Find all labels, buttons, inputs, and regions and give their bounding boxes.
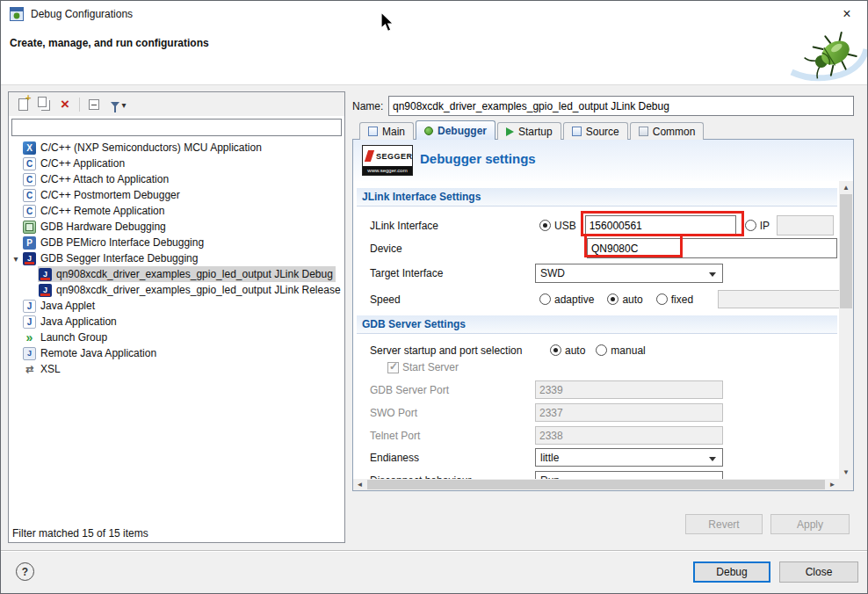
scroll-down-arrow-icon[interactable] bbox=[839, 466, 853, 479]
tree-item-cpp-application[interactable]: C/C++ Application bbox=[10, 156, 344, 171]
tab-main[interactable]: Main bbox=[359, 122, 414, 140]
tab-startup-label: Startup bbox=[518, 126, 553, 138]
server-manual-label[interactable]: manual bbox=[611, 344, 645, 357]
usb-serial-input[interactable] bbox=[585, 215, 736, 235]
tree-item-java-applet[interactable]: Java Applet bbox=[10, 298, 344, 314]
apply-button[interactable]: Apply bbox=[770, 514, 850, 534]
endianess-dropdown[interactable]: little bbox=[535, 448, 723, 467]
speed-adaptive-radio[interactable] bbox=[539, 293, 551, 305]
tree-item-cpp-postmortem[interactable]: C/C++ Postmortem Debugger bbox=[10, 187, 344, 203]
tab-source[interactable]: Source bbox=[563, 122, 628, 140]
target-interface-dropdown[interactable]: SWD bbox=[535, 264, 723, 283]
help-button[interactable]: ? bbox=[16, 562, 34, 581]
telnet-port-input[interactable] bbox=[535, 426, 723, 445]
target-interface-value: SWD bbox=[540, 267, 565, 279]
horizontal-scrollbar[interactable] bbox=[353, 479, 839, 490]
vertical-scrollbar[interactable] bbox=[839, 181, 853, 479]
server-auto-radio[interactable] bbox=[550, 344, 561, 356]
filter-match-status: Filter matched 15 of 15 items bbox=[12, 527, 148, 540]
swo-port-input[interactable] bbox=[535, 403, 723, 422]
close-window-button[interactable]: × bbox=[834, 4, 860, 25]
endianess-row: Endianess little bbox=[370, 447, 837, 467]
speed-value-input[interactable] bbox=[718, 290, 839, 308]
remote-java-icon bbox=[23, 347, 36, 360]
filter-funnel-icon bbox=[111, 102, 119, 107]
filter-input[interactable] bbox=[11, 119, 342, 136]
new-configuration-button[interactable] bbox=[12, 95, 33, 113]
speed-adaptive-label[interactable]: adaptive bbox=[554, 293, 594, 306]
speed-auto-label[interactable]: auto bbox=[622, 293, 642, 306]
scroll-right-arrow-icon[interactable] bbox=[826, 481, 839, 489]
tree-item-jlink-release[interactable]: qn908xcdk_driver_examples_gpio_led_outpu… bbox=[10, 282, 344, 298]
speed-fixed-radio[interactable] bbox=[656, 293, 668, 305]
debug-button[interactable]: Debug bbox=[693, 561, 770, 583]
speed-fixed-label[interactable]: fixed bbox=[671, 293, 693, 306]
jlink-icon bbox=[39, 268, 52, 281]
target-interface-row: Target Interface SWD bbox=[370, 263, 837, 283]
tab-debugger-label: Debugger bbox=[438, 125, 487, 137]
horizontal-scrollbar-thumb[interactable] bbox=[367, 480, 825, 489]
close-button[interactable]: Close bbox=[779, 561, 858, 583]
usb-radio-label[interactable]: USB bbox=[554, 220, 576, 232]
segger-logo: SEGGER www.segger.com bbox=[362, 145, 413, 176]
tab-common-label: Common bbox=[653, 126, 696, 138]
start-server-row: Start Server bbox=[370, 359, 837, 375]
tree-item-gdb-segger[interactable]: GDB Segger Interface Debugging bbox=[10, 250, 344, 266]
server-manual-radio[interactable] bbox=[596, 344, 607, 356]
ip-address-input[interactable] bbox=[777, 215, 834, 235]
segger-logo-url: www.segger.com bbox=[363, 166, 412, 175]
tree-item-gdb-hardware[interactable]: GDB Hardware Debugging bbox=[10, 219, 344, 235]
tree-item-java-application[interactable]: Java Application bbox=[10, 314, 344, 330]
collapse-all-button[interactable] bbox=[83, 95, 105, 113]
tree-item-cpp-remote[interactable]: C/C++ Remote Application bbox=[10, 203, 344, 219]
tree-item-gdb-pemicro[interactable]: GDB PEMicro Interface Debugging bbox=[10, 235, 344, 250]
vertical-scrollbar-thumb[interactable] bbox=[840, 194, 852, 308]
tree-item-jlink-debug[interactable]: qn908xcdk_driver_examples_gpio_led_outpu… bbox=[10, 266, 344, 282]
jlink-section-header: JLink Interface Settings bbox=[357, 188, 837, 206]
xsl-icon bbox=[23, 363, 36, 376]
twistie-expanded-icon[interactable] bbox=[10, 252, 22, 264]
scroll-up-arrow-icon[interactable] bbox=[839, 181, 853, 194]
disconnect-behaviour-dropdown[interactable]: Run bbox=[535, 471, 723, 479]
mcu-application-icon bbox=[23, 141, 36, 155]
toolbar-separator bbox=[79, 98, 80, 112]
telnet-port-row: Telnet Port bbox=[370, 425, 837, 446]
duplicate-configuration-button[interactable] bbox=[33, 95, 54, 113]
window-title: Debug Configurations bbox=[31, 8, 133, 20]
tab-startup[interactable]: Startup bbox=[497, 122, 561, 140]
tree-item-label: Launch Group bbox=[40, 331, 107, 344]
configuration-name-input[interactable] bbox=[388, 96, 854, 116]
gdb-server-port-input[interactable] bbox=[535, 380, 723, 399]
jlink-icon bbox=[23, 252, 36, 265]
tab-common[interactable]: Common bbox=[630, 122, 705, 140]
tree-item-label: Java Application bbox=[40, 315, 117, 328]
gdb-hardware-icon bbox=[23, 221, 36, 234]
speed-auto-radio[interactable] bbox=[607, 293, 618, 305]
delete-configuration-button[interactable] bbox=[54, 95, 76, 113]
tree-item-cpp-attach[interactable]: C/C++ Attach to Application bbox=[10, 171, 344, 187]
tree-item-remote-java[interactable]: Remote Java Application bbox=[10, 345, 344, 361]
gdb-server-port-row: GDB Server Port bbox=[370, 380, 837, 400]
start-server-checkbox[interactable] bbox=[387, 362, 399, 373]
start-server-label[interactable]: Start Server bbox=[402, 361, 459, 373]
server-auto-label[interactable]: auto bbox=[565, 344, 585, 357]
endianess-value: little bbox=[540, 452, 559, 464]
settings-form: JLink Interface Settings JLink Interface… bbox=[353, 181, 839, 479]
tree-item-xsl[interactable]: XSL bbox=[10, 361, 344, 377]
tree-item-launch-group[interactable]: Launch Group bbox=[10, 330, 344, 345]
swo-port-row: SWO Port bbox=[370, 402, 837, 423]
dialog-icon bbox=[10, 7, 24, 21]
usb-radio[interactable] bbox=[539, 220, 551, 231]
tree-item-mcu-application[interactable]: C/C++ (NXP Semiconductors) MCU Applicati… bbox=[10, 140, 344, 156]
revert-button[interactable]: Revert bbox=[685, 514, 763, 534]
device-input[interactable] bbox=[587, 238, 837, 258]
ip-radio-label[interactable]: IP bbox=[760, 220, 770, 232]
launch-group-icon bbox=[23, 331, 36, 344]
scroll-left-arrow-icon[interactable] bbox=[353, 481, 366, 489]
filter-menu-button[interactable] bbox=[105, 95, 133, 113]
tab-debugger[interactable]: Debugger bbox=[416, 120, 495, 140]
delete-icon bbox=[61, 97, 69, 112]
ip-radio[interactable] bbox=[745, 220, 756, 231]
tree-item-label: qn908xcdk_driver_examples_gpio_led_outpu… bbox=[56, 284, 341, 296]
tree-item-label: XSL bbox=[40, 363, 61, 375]
